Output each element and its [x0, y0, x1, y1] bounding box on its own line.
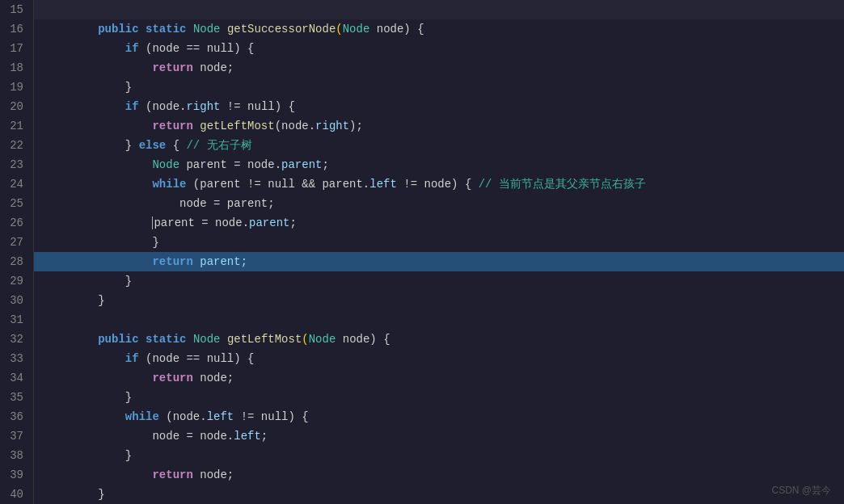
line-content: return parent;	[34, 252, 844, 271]
line-content: }	[34, 233, 844, 252]
line-number: 16	[0, 19, 34, 39]
line-number: 17	[0, 39, 34, 58]
watermark-text: CSDN @芸今	[771, 484, 831, 498]
line-number: 30	[0, 291, 34, 310]
line-number: 35	[0, 388, 34, 407]
code-line: 34 return node;	[0, 368, 844, 388]
line-content: parent = node.parent;	[34, 213, 844, 233]
code-line: 29 }	[0, 271, 844, 291]
line-content: while (parent != null && parent.left != …	[34, 174, 844, 194]
line-content: return node;	[34, 465, 844, 485]
line-content: if (node.right != null) {	[34, 97, 844, 116]
code-line: 20 if (node.right != null) {	[0, 97, 844, 116]
line-number: 24	[0, 174, 34, 194]
code-line: 36 while (node.left != null) {	[0, 407, 844, 426]
line-content: } else { // 无右子树	[34, 136, 844, 155]
code-line: 16 public static Node getSuccessorNode(N…	[0, 19, 844, 39]
code-line: 26 parent = node.parent;	[0, 213, 844, 233]
line-number: 22	[0, 136, 34, 155]
line-content: return getLeftMost(node.right);	[34, 116, 844, 136]
code-line: 24 while (parent != null && parent.left …	[0, 174, 844, 194]
code-editor: 1516 public static Node getSuccessorNode…	[0, 0, 844, 504]
code-line: 25 node = parent;	[0, 194, 844, 213]
line-content: return node;	[34, 368, 844, 388]
code-line: 32 public static Node getLeftMost(Node n…	[0, 330, 844, 349]
line-number: 20	[0, 97, 34, 116]
line-number: 26	[0, 213, 34, 233]
line-content	[34, 0, 844, 19]
line-content: node = parent;	[34, 194, 844, 213]
line-content: }	[34, 271, 844, 291]
line-number: 19	[0, 78, 34, 97]
code-line: 30 }	[0, 291, 844, 310]
line-number: 25	[0, 194, 34, 213]
line-number: 28	[0, 252, 34, 271]
code-line: 40 }	[0, 485, 844, 504]
line-content: }	[34, 291, 844, 310]
line-content: }	[34, 78, 844, 97]
code-line: 35 }	[0, 388, 844, 407]
line-number: 23	[0, 155, 34, 174]
code-line: 37 node = node.left;	[0, 426, 844, 446]
line-content: }	[34, 446, 844, 465]
code-line: 23 Node parent = node.parent;	[0, 155, 844, 174]
line-content: }	[34, 485, 844, 504]
line-content: public static Node getLeftMost(Node node…	[34, 330, 844, 349]
line-number: 29	[0, 271, 34, 291]
line-number: 37	[0, 426, 34, 446]
line-number: 15	[0, 0, 34, 19]
code-line: 27 }	[0, 233, 844, 252]
line-number: 27	[0, 233, 34, 252]
code-line: 33 if (node == null) {	[0, 349, 844, 368]
line-content: public static Node getSuccessorNode(Node…	[34, 19, 844, 39]
line-number: 39	[0, 465, 34, 485]
code-line: 15	[0, 0, 844, 19]
code-line: 18 return node;	[0, 58, 844, 78]
code-line: 17 if (node == null) {	[0, 39, 844, 58]
code-line: 19 }	[0, 78, 844, 97]
code-line: 31	[0, 310, 844, 330]
line-number: 34	[0, 368, 34, 388]
code-line: 28 return parent;	[0, 252, 844, 271]
line-content: while (node.left != null) {	[34, 407, 844, 426]
line-content: if (node == null) {	[34, 39, 844, 58]
code-line: 39 return node;	[0, 465, 844, 485]
line-content: }	[34, 388, 844, 407]
code-line: 22 } else { // 无右子树	[0, 136, 844, 155]
line-number: 38	[0, 446, 34, 465]
line-number: 36	[0, 407, 34, 426]
line-content: return node;	[34, 58, 844, 78]
line-content	[34, 310, 844, 330]
line-number: 33	[0, 349, 34, 368]
code-line: 21 return getLeftMost(node.right);	[0, 116, 844, 136]
line-number: 32	[0, 330, 34, 349]
line-content: Node parent = node.parent;	[34, 155, 844, 174]
line-number: 31	[0, 310, 34, 330]
line-content: node = node.left;	[34, 426, 844, 446]
line-number: 21	[0, 116, 34, 136]
code-line: 38 }	[0, 446, 844, 465]
line-number: 18	[0, 58, 34, 78]
line-content: if (node == null) {	[34, 349, 844, 368]
line-number: 40	[0, 485, 34, 504]
